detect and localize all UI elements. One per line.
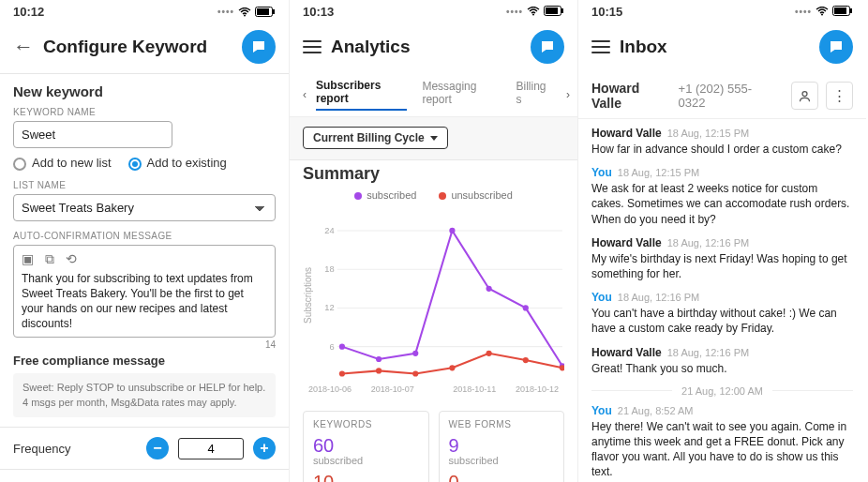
sender-name: Howard Valle: [591, 127, 662, 140]
status-icons: ••••: [795, 5, 853, 19]
tab-subscribers[interactable]: Subscribers report: [316, 79, 407, 111]
signal-icon: ••••: [506, 7, 523, 17]
status-bar: 10:13 ••••: [290, 0, 577, 21]
message[interactable]: Howard Valle18 Aug, 12:16 PMMy wife's bi…: [591, 236, 853, 281]
frequency-input[interactable]: [178, 438, 244, 459]
char-count: 14: [13, 339, 276, 350]
chat-fab[interactable]: [242, 30, 276, 64]
menu-icon[interactable]: [591, 40, 610, 53]
svg-point-18: [412, 351, 418, 356]
contact-phone: +1 (202) 555-0322: [679, 82, 776, 110]
chevron-left-icon[interactable]: ‹: [303, 88, 307, 101]
message-ts: 18 Aug, 12:15 PM: [618, 167, 699, 178]
message-body: You can't have a birthday without cake! …: [591, 306, 853, 336]
kw-subscribed-count: 60: [313, 435, 419, 457]
kw-subscribed-label: subscribed: [313, 455, 419, 466]
screen-inbox: 10:15 •••• Inbox Howard Valle +1 (202) 5…: [577, 0, 866, 482]
sender-you: You: [591, 291, 612, 304]
wf-subscribed-count: 9: [449, 435, 555, 457]
auto-confirm-textarea[interactable]: ▣ ⧉ ⟲ Thank you for subscribing to text …: [13, 245, 276, 339]
svg-point-27: [486, 351, 492, 356]
message-body: We ask for at least 2 weeks notice for c…: [591, 181, 853, 227]
radio-add-existing-label: Add to existing: [147, 156, 227, 170]
signal-icon: ••••: [795, 7, 812, 17]
link-icon[interactable]: ⟲: [66, 251, 77, 267]
svg-point-23: [339, 370, 345, 376]
freq-minus-button[interactable]: −: [146, 437, 169, 459]
message-body: Great! Thank you so much.: [591, 361, 853, 376]
svg-rect-33: [850, 8, 852, 13]
clock: 10:13: [303, 5, 334, 19]
radio-add-existing[interactable]: Add to existing: [128, 156, 227, 171]
keyword-name-label: KEYWORD NAME: [13, 107, 276, 117]
triggers-heading[interactable]: Triggers: [0, 470, 289, 482]
message-ts: 18 Aug, 12:16 PM: [667, 347, 749, 358]
legend-dot-unsubscribed: [439, 192, 446, 200]
card-webforms-heading: WEB FORMS: [449, 419, 555, 429]
message-ts: 18 Aug, 12:16 PM: [618, 292, 699, 303]
svg-point-30: [821, 14, 823, 16]
frequency-label: Frequency: [13, 442, 70, 456]
svg-rect-7: [561, 8, 563, 13]
kw-unsubscribed-count: 10: [313, 472, 419, 482]
card-webforms: WEB FORMS 9 subscribed 0 unsubscribed: [439, 411, 565, 482]
section-heading: New keyword: [13, 83, 276, 99]
chart-title: Summary: [303, 164, 564, 184]
legend-dot-subscribed: [354, 192, 362, 200]
list-name-label: LIST NAME: [13, 180, 276, 190]
signal-icon: ••••: [217, 7, 234, 17]
freq-plus-button[interactable]: +: [253, 437, 276, 459]
message-body: My wife's birthday is next Friday! Was h…: [591, 251, 853, 281]
contact-profile-button[interactable]: [791, 82, 818, 110]
svg-point-24: [376, 368, 382, 373]
message[interactable]: Howard Valle18 Aug, 12:15 PMHow far in a…: [591, 127, 853, 157]
svg-point-20: [486, 286, 492, 292]
auto-confirm-text: Thank you for subscribing to text update…: [22, 271, 267, 332]
svg-point-16: [339, 344, 345, 350]
message-body: How far in advance should I order a cust…: [591, 142, 853, 157]
chat-fab[interactable]: [531, 30, 564, 64]
radio-add-new[interactable]: Add to new list: [13, 156, 112, 171]
card-keywords-heading: KEYWORDS: [313, 419, 419, 429]
wifi-icon: [238, 8, 251, 17]
menu-icon[interactable]: [303, 40, 322, 53]
status-icons: ••••: [506, 5, 564, 19]
message[interactable]: You18 Aug, 12:15 PMWe ask for at least 2…: [591, 166, 853, 227]
billing-cycle-select[interactable]: Current Billing Cycle: [303, 127, 448, 149]
svg-point-28: [523, 357, 529, 363]
sender-you: You: [591, 166, 612, 179]
svg-rect-32: [834, 8, 846, 14]
template-icon[interactable]: ⧉: [45, 251, 54, 267]
back-arrow-icon[interactable]: ←: [13, 35, 34, 59]
chart-legend: subscribed unsubscribed: [303, 189, 564, 201]
message[interactable]: Howard Valle18 Aug, 12:16 PMGreat! Thank…: [591, 346, 853, 376]
svg-point-4: [532, 14, 534, 16]
clock: 10:15: [591, 5, 622, 19]
radio-add-new-label: Add to new list: [32, 156, 112, 170]
svg-point-34: [802, 91, 807, 96]
tab-messaging[interactable]: Messaging report: [422, 80, 501, 110]
page-title: Configure Keyword: [43, 37, 232, 57]
keyword-name-input[interactable]: [13, 121, 172, 148]
message[interactable]: You21 Aug, 8:52 AMHey there! We can't wa…: [591, 404, 853, 480]
svg-point-0: [244, 14, 246, 16]
list-name-select[interactable]: Sweet Treats Bakery: [13, 194, 276, 221]
message-ts: 21 Aug, 8:52 AM: [618, 405, 694, 416]
billing-cycle-label: Current Billing Cycle: [313, 131, 425, 144]
status-icons: ••••: [217, 7, 276, 17]
y-axis-label: Subscriptions: [303, 206, 313, 384]
more-button[interactable]: ⋮: [826, 82, 853, 110]
image-icon[interactable]: ▣: [22, 251, 34, 267]
sender-name: Howard Valle: [591, 236, 662, 249]
tab-billing[interactable]: Billing s: [516, 80, 551, 110]
message-thread: Howard Valle18 Aug, 12:15 PMHow far in a…: [578, 119, 866, 482]
chevron-right-icon[interactable]: ›: [566, 88, 570, 101]
battery-icon: [544, 5, 564, 19]
svg-text:18: 18: [324, 264, 334, 274]
wf-subscribed-label: subscribed: [449, 455, 555, 466]
message[interactable]: You18 Aug, 12:16 PMYou can't have a birt…: [591, 291, 853, 336]
battery-icon: [832, 5, 853, 19]
chat-fab[interactable]: [819, 30, 853, 64]
svg-point-21: [523, 305, 529, 310]
svg-rect-6: [546, 8, 558, 14]
